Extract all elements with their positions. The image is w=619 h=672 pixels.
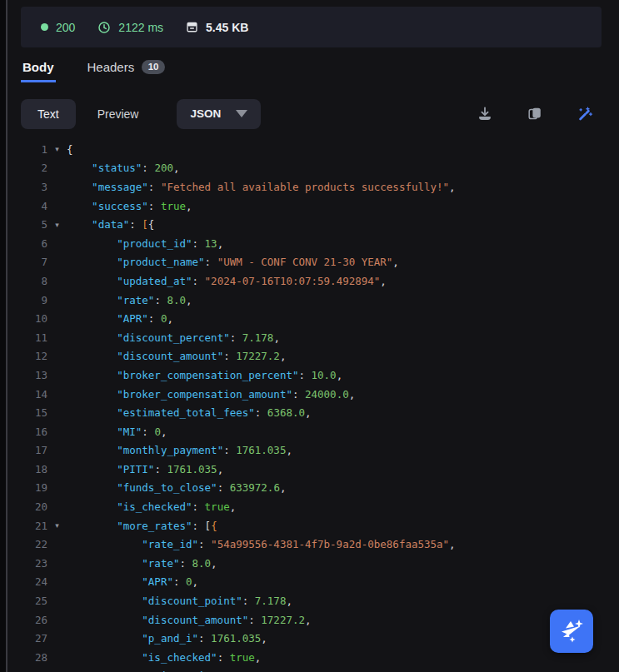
ai-assistant-fab[interactable] <box>550 610 593 653</box>
code-line: 13 "broker_compensation_percent": 10.0, <box>21 366 602 385</box>
code-text: "MI": 0, <box>67 426 167 438</box>
line-number: 2 <box>21 162 47 174</box>
code-text: "monthly_payment": 1761.035, <box>67 444 292 456</box>
code-line: 28 "is_checked": true, <box>21 648 602 667</box>
line-number: 24 <box>21 575 47 588</box>
format-dropdown-value: JSON <box>190 107 221 120</box>
body-toolbar: Text Preview JSON <box>21 98 602 129</box>
line-number: 17 <box>21 444 47 456</box>
code-text: "is_checked": true, <box>67 651 261 664</box>
preview-view-button[interactable]: Preview <box>81 99 156 129</box>
code-text: "APR": 0, <box>67 312 173 325</box>
response-size-indicator: 5.45 KB <box>186 21 248 34</box>
code-text: "estimated_total_fees": 6368.0, <box>67 406 312 419</box>
code-text: "rate": 8.0, <box>67 294 192 306</box>
code-text: "rate": 8.0, <box>67 557 217 570</box>
fold-arrow-icon[interactable]: ▾ <box>47 521 67 530</box>
response-tabs: Body Headers 10 <box>21 58 602 83</box>
code-line: 7 "product_name": "UWM - CONF CONV 21-30… <box>21 253 602 272</box>
line-number: 20 <box>21 500 47 513</box>
response-size: 5.45 KB <box>206 21 248 34</box>
tab-headers-label: Headers <box>87 60 135 74</box>
line-number: 19 <box>21 481 47 494</box>
code-lines: 1▾{2 "status": 200,3 "message": "Fetched… <box>21 140 602 672</box>
tab-body[interactable]: Body <box>21 58 56 82</box>
copy-icon <box>527 106 543 122</box>
code-line: 9 "rate": 8.0, <box>21 291 602 310</box>
line-number: 3 <box>21 181 47 193</box>
code-text: "APR": 0, <box>67 575 198 588</box>
line-number: 15 <box>21 406 47 419</box>
code-line: 4 "success": true, <box>21 197 602 216</box>
response-time-indicator: 2122 ms <box>97 21 163 34</box>
line-number: 16 <box>21 426 47 438</box>
code-line: 29 "price_points": 3.457, <box>21 667 602 672</box>
line-number: 18 <box>21 463 47 475</box>
code-text: "updated_at": "2024-07-16T10:07:59.49289… <box>67 275 387 287</box>
chevron-down-icon <box>236 110 247 117</box>
code-line: 22 "rate_id": "54a99556-4381-4f7b-9a2d-0… <box>21 535 602 554</box>
download-button[interactable] <box>477 106 493 122</box>
code-line: 5▾ "data": [{ <box>21 215 602 234</box>
line-number: 25 <box>21 595 47 607</box>
headers-count-badge: 10 <box>142 60 165 74</box>
line-number: 5 <box>21 218 47 231</box>
code-line: 19 "funds_to_close": 633972.6, <box>21 479 602 498</box>
code-line: 17 "monthly_payment": 1761.035, <box>21 441 602 460</box>
code-line: 2 "status": 200, <box>21 159 602 178</box>
status-code: 200 <box>56 21 75 34</box>
format-dropdown[interactable]: JSON <box>177 99 261 129</box>
code-text: { <box>67 143 73 156</box>
code-line: 12 "discount_amount": 17227.2, <box>21 347 602 366</box>
code-line: 3 "message": "Fetched all available prod… <box>21 177 602 197</box>
toolbar-actions <box>477 106 602 122</box>
line-number: 9 <box>21 294 47 306</box>
copy-button[interactable] <box>527 106 543 122</box>
code-line: 11 "discount_percent": 7.178, <box>21 328 602 347</box>
code-text: "rate_id": "54a99556-4381-4f7b-9a2d-0be8… <box>67 538 456 550</box>
response-panel: 200 2122 ms 5.45 KB Bod <box>21 0 602 672</box>
left-edge-strip <box>0 0 6 672</box>
code-line: 6 "product_id": 13, <box>21 234 602 253</box>
code-line: 25 "discount_point": 7.178, <box>21 591 602 610</box>
code-line: 15 "estimated_total_fees": 6368.0, <box>21 403 602 422</box>
beautify-button[interactable] <box>577 106 593 122</box>
code-line: 14 "broker_compensation_amount": 24000.0… <box>21 385 602 404</box>
code-text: "PITI": 1761.035, <box>67 463 223 475</box>
download-icon <box>477 106 493 122</box>
code-text: "discount_amount": 17227.2, <box>67 350 286 362</box>
code-text: "p_and_i": 1761.035, <box>67 632 267 645</box>
status-code-indicator: 200 <box>41 21 75 34</box>
code-text: "data": [{ <box>67 218 154 231</box>
response-time: 2122 ms <box>118 21 163 34</box>
code-text: "product_id": 13, <box>67 237 223 250</box>
code-line: 27 "p_and_i": 1761.035, <box>21 629 602 648</box>
panel-divider[interactable] <box>6 0 7 672</box>
fold-arrow-icon[interactable]: ▾ <box>47 221 67 229</box>
text-view-button[interactable]: Text <box>21 99 76 129</box>
clock-icon <box>97 21 111 34</box>
archive-box-icon <box>186 21 198 33</box>
line-number: 12 <box>21 350 47 362</box>
line-number: 11 <box>21 331 47 344</box>
code-line: 20 "is_checked": true, <box>21 497 602 516</box>
code-text: "more_rates": [{ <box>67 520 217 532</box>
fold-arrow-icon[interactable]: ▾ <box>47 145 67 153</box>
code-text: "message": "Fetched all available produc… <box>67 181 456 193</box>
code-line: 18 "PITI": 1761.035, <box>21 460 602 479</box>
tab-body-label: Body <box>22 60 54 74</box>
line-number: 7 <box>21 256 47 268</box>
code-line: 8 "updated_at": "2024-07-16T10:07:59.492… <box>21 271 602 291</box>
line-number: 10 <box>21 312 47 325</box>
code-text: "status": 200, <box>67 162 180 174</box>
code-line: 10 "APR": 0, <box>21 309 602 328</box>
line-number: 26 <box>21 614 47 626</box>
line-number: 28 <box>21 651 47 664</box>
green-dot-icon <box>41 23 48 31</box>
code-text: "funds_to_close": 633972.6, <box>67 481 286 494</box>
line-number: 21 <box>21 520 47 532</box>
line-number: 8 <box>21 275 47 287</box>
line-number: 23 <box>21 557 47 570</box>
tab-headers[interactable]: Headers 10 <box>86 58 167 80</box>
code-line: 23 "rate": 8.0, <box>21 554 602 573</box>
